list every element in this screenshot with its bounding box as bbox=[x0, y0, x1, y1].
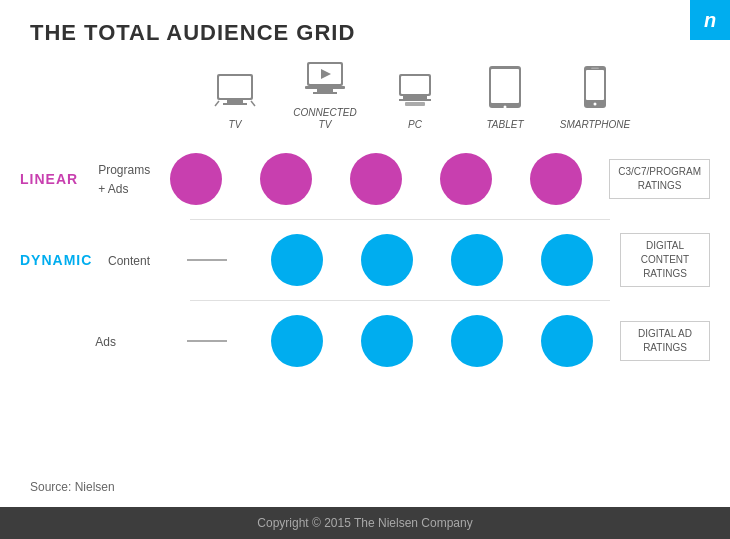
cell-content-tablet bbox=[432, 234, 522, 286]
rating-box-digital-content: DIGITAL CONTENTRATINGS bbox=[620, 233, 710, 287]
cell-linear-tv bbox=[151, 153, 241, 205]
col-header-ctv-label: CONNECTEDTV bbox=[293, 107, 356, 131]
circles-dynamic-ads bbox=[162, 315, 612, 367]
main-grid: TV CONNECTEDTV bbox=[0, 60, 730, 484]
rating-digital-content: DIGITAL CONTENTRATINGS bbox=[620, 233, 710, 287]
pc-icon bbox=[393, 72, 437, 115]
rating-box-c3c7: C3/C7/PROGRAMRATINGS bbox=[609, 159, 710, 199]
nielsen-logo: n bbox=[690, 0, 730, 40]
svg-rect-2 bbox=[227, 100, 243, 103]
row-label-programs: Programs+ Ads bbox=[90, 160, 151, 197]
column-headers: TV CONNECTEDTV bbox=[190, 60, 710, 131]
circle-linear-pc bbox=[350, 153, 402, 205]
circle-ads-tablet bbox=[451, 315, 503, 367]
cell-content-ctv bbox=[252, 234, 342, 286]
svg-line-5 bbox=[251, 101, 255, 106]
cell-content-smartphone bbox=[522, 234, 612, 286]
svg-rect-21 bbox=[586, 70, 604, 100]
circles-linear bbox=[151, 153, 601, 205]
svg-rect-23 bbox=[591, 68, 599, 70]
row-label-content: Content bbox=[100, 251, 162, 270]
col-header-smartphone-label: SMARTPHONE bbox=[560, 119, 630, 131]
copyright-text: Copyright © 2015 The Nielsen Company bbox=[257, 516, 472, 530]
svg-rect-9 bbox=[305, 86, 345, 89]
rating-digital-ad: DIGITAL ADRATINGS bbox=[620, 321, 710, 361]
bottom-bar: Copyright © 2015 The Nielsen Company bbox=[0, 507, 730, 539]
svg-rect-3 bbox=[223, 103, 247, 105]
col-header-smartphone: SMARTPHONE bbox=[550, 64, 640, 131]
tablet-icon bbox=[487, 64, 523, 115]
svg-rect-15 bbox=[399, 99, 431, 101]
source-label: Source: Nielsen bbox=[30, 480, 115, 494]
svg-rect-14 bbox=[403, 96, 427, 99]
row-dynamic-ads: Ads DIGITAL ADRATIN bbox=[20, 301, 710, 381]
circle-linear-tablet bbox=[440, 153, 492, 205]
cell-linear-ctv bbox=[241, 153, 331, 205]
row-label-ads: Ads bbox=[87, 332, 162, 351]
circle-content-smartphone bbox=[541, 234, 593, 286]
circle-ads-smartphone bbox=[541, 315, 593, 367]
category-linear: LINEAR bbox=[20, 170, 90, 188]
circle-linear-ctv bbox=[260, 153, 312, 205]
svg-rect-1 bbox=[219, 76, 251, 98]
col-header-tablet: TABLET bbox=[460, 64, 550, 131]
ctv-icon bbox=[303, 60, 347, 103]
cell-content-tv bbox=[162, 234, 252, 286]
col-header-ctv: CONNECTEDTV bbox=[280, 60, 370, 131]
cell-linear-pc bbox=[331, 153, 421, 205]
rating-box-digital-ad: DIGITAL ADRATINGS bbox=[620, 321, 710, 361]
circle-ads-pc bbox=[361, 315, 413, 367]
row-dynamic-content: DYNAMIC Content bbox=[20, 220, 710, 300]
svg-rect-11 bbox=[313, 92, 337, 94]
circle-linear-smartphone bbox=[530, 153, 582, 205]
col-header-pc-label: PC bbox=[408, 119, 422, 131]
circles-dynamic-content bbox=[162, 234, 612, 286]
svg-line-4 bbox=[215, 101, 219, 106]
dash-ads-tv bbox=[187, 340, 227, 342]
svg-rect-16 bbox=[405, 102, 425, 106]
circle-content-ctv bbox=[271, 234, 323, 286]
svg-rect-10 bbox=[317, 89, 333, 92]
svg-point-22 bbox=[594, 103, 597, 106]
col-header-tablet-label: TABLET bbox=[486, 119, 523, 131]
data-rows: LINEAR Programs+ Ads bbox=[20, 139, 710, 381]
dash-content-tv bbox=[187, 259, 227, 261]
smartphone-icon bbox=[582, 64, 608, 115]
cell-ads-smartphone bbox=[522, 315, 612, 367]
cell-ads-tablet bbox=[432, 315, 522, 367]
cell-linear-tablet bbox=[421, 153, 511, 205]
cell-ads-pc bbox=[342, 315, 432, 367]
circle-content-tablet bbox=[451, 234, 503, 286]
circle-content-pc bbox=[361, 234, 413, 286]
row-linear: LINEAR Programs+ Ads bbox=[20, 139, 710, 219]
page-title: THE TOTAL AUDIENCE GRID bbox=[30, 20, 355, 46]
col-header-tv-label: TV bbox=[229, 119, 242, 131]
cell-ads-ctv bbox=[252, 315, 342, 367]
cell-content-pc bbox=[342, 234, 432, 286]
rating-c3c7: C3/C7/PROGRAMRATINGS bbox=[609, 159, 710, 199]
cell-ads-tv bbox=[162, 315, 252, 367]
cell-linear-smartphone bbox=[511, 153, 601, 205]
col-header-tv: TV bbox=[190, 72, 280, 131]
circle-ads-ctv bbox=[271, 315, 323, 367]
tv-icon bbox=[213, 72, 257, 115]
category-dynamic: DYNAMIC bbox=[20, 251, 100, 269]
circle-linear-tv bbox=[170, 153, 222, 205]
svg-point-19 bbox=[504, 106, 507, 109]
svg-rect-18 bbox=[491, 69, 519, 103]
col-header-pc: PC bbox=[370, 72, 460, 131]
svg-rect-13 bbox=[401, 76, 429, 94]
